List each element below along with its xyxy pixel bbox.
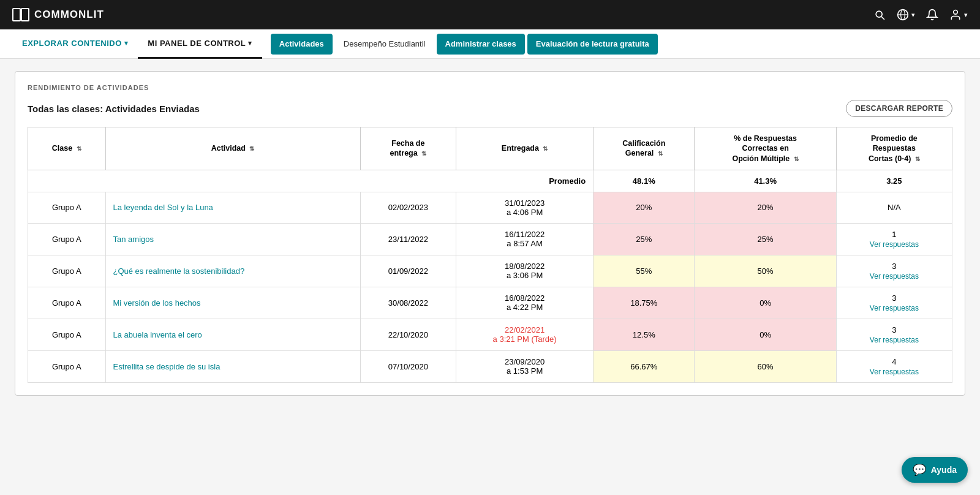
row4-calificacion: 12.5% (594, 319, 695, 350)
row3-clase: Grupo A (28, 287, 106, 319)
row3-respuestas-correctas: 0% (695, 287, 836, 319)
row1-fecha: 23/11/2022 (360, 223, 456, 255)
row0-respuestas-cortas: N/A (836, 192, 952, 223)
row1-clase: Grupo A (28, 223, 106, 255)
tab-actividades[interactable]: Actividades (271, 34, 333, 55)
search-icon[interactable] (873, 9, 886, 21)
col-clase: Clase ⇅ (28, 127, 106, 170)
card-section-label: RENDIMIENTO DE ACTIVIDADES (28, 84, 952, 91)
svg-rect-1 (21, 9, 29, 21)
row3-respuestas-cortas: 3 Ver respuestas (836, 287, 952, 319)
globe-chevron: ▾ (911, 11, 915, 19)
globe-icon[interactable]: ▾ (897, 9, 915, 21)
row4-fecha: 22/10/2020 (360, 319, 456, 350)
explore-chevron: ▾ (124, 39, 129, 47)
sort-actividad-icon[interactable]: ⇅ (249, 145, 254, 153)
row2-respuestas-cortas: 3 Ver respuestas (836, 255, 952, 287)
avg-respuestas-cortas: 3.25 (836, 170, 952, 192)
row0-actividad: La leyenda del Sol y la Luna (105, 192, 360, 223)
row0-respuestas-correctas: 20% (695, 192, 836, 223)
table-row: Grupo A Mi versión de los hechos 30/08/2… (28, 287, 952, 319)
row5-fecha: 07/10/2020 (360, 350, 456, 382)
activities-card: RENDIMIENTO DE ACTIVIDADES Todas las cla… (15, 71, 965, 396)
row0-actividad-link[interactable]: La leyenda del Sol y la Luna (113, 203, 213, 212)
bell-icon[interactable] (926, 9, 938, 21)
row4-actividad-link[interactable]: La abuela inventa el cero (113, 330, 202, 339)
row4-respuestas-cortas: 3 Ver respuestas (836, 319, 952, 350)
col-respuestas-correctas: % de RespuestasCorrectas enOpción Múltip… (695, 127, 836, 170)
sort-correctas-icon[interactable]: ⇅ (794, 155, 799, 163)
avg-label: Promedio (28, 170, 594, 192)
row1-actividad: Tan amigos (105, 223, 360, 255)
tab-administrar[interactable]: Administrar clases (437, 34, 525, 55)
table-title: Todas las clases: Actividades Enviadas (28, 104, 200, 114)
table-row: Grupo A Estrellita se despide de su isla… (28, 350, 952, 382)
col-entregada: Entregada ⇅ (456, 127, 594, 170)
row5-ver-respuestas-link[interactable]: Ver respuestas (844, 368, 944, 376)
top-navigation: COMMONLIT ▾ ▾ (0, 0, 980, 29)
logo-text: COMMONLIT (34, 9, 104, 21)
row2-ver-respuestas-link[interactable]: Ver respuestas (844, 272, 944, 281)
row2-fecha: 01/09/2022 (360, 255, 456, 287)
row2-respuestas-correctas: 50% (695, 255, 836, 287)
nav-explore[interactable]: EXPLORAR CONTENIDO ▾ (12, 29, 138, 59)
user-icon[interactable]: ▾ (949, 9, 968, 21)
sort-entregada-icon[interactable]: ⇅ (543, 145, 548, 153)
svg-rect-0 (13, 9, 20, 21)
row4-clase: Grupo A (28, 319, 106, 350)
row0-calificacion: 20% (594, 192, 695, 223)
row4-actividad: La abuela inventa el cero (105, 319, 360, 350)
table-row: Grupo A La leyenda del Sol y la Luna 02/… (28, 192, 952, 223)
tab-desempeno[interactable]: Desempeño Estudiantil (335, 34, 434, 55)
second-navigation: EXPLORAR CONTENIDO ▾ MI PANEL DE CONTROL… (0, 29, 980, 59)
row4-ver-respuestas-link[interactable]: Ver respuestas (844, 336, 944, 344)
main-content: RENDIMIENTO DE ACTIVIDADES Todas las cla… (0, 59, 980, 495)
row5-clase: Grupo A (28, 350, 106, 382)
row2-entregada: 18/08/2022a 3:06 PM (456, 255, 594, 287)
user-chevron: ▾ (964, 11, 968, 19)
table-header: Todas las clases: Actividades Enviadas D… (28, 100, 952, 117)
row2-actividad: ¿Qué es realmente la sostenibilidad? (105, 255, 360, 287)
table-row: Grupo A Tan amigos 23/11/2022 16/11/2022… (28, 223, 952, 255)
row3-actividad: Mi versión de los hechos (105, 287, 360, 319)
row5-actividad: Estrellita se despide de su isla (105, 350, 360, 382)
nav-dashboard[interactable]: MI PANEL DE CONTROL ▾ (138, 29, 262, 59)
row3-ver-respuestas-link[interactable]: Ver respuestas (844, 304, 944, 312)
help-label: Ayuda (931, 465, 957, 475)
table-row: Grupo A ¿Qué es realmente la sostenibili… (28, 255, 952, 287)
sort-cortas-icon[interactable]: ⇅ (915, 155, 920, 163)
row1-calificacion: 25% (594, 223, 695, 255)
logo[interactable]: COMMONLIT (12, 8, 104, 21)
average-row: Promedio 48.1% 41.3% 3.25 (28, 170, 952, 192)
sort-clase-icon[interactable]: ⇅ (77, 145, 81, 153)
sort-calificacion-icon[interactable]: ⇅ (658, 149, 663, 157)
row2-actividad-link[interactable]: ¿Qué es realmente la sostenibilidad? (113, 266, 245, 276)
row1-ver-respuestas-link[interactable]: Ver respuestas (844, 240, 944, 249)
row3-actividad-link[interactable]: Mi versión de los hechos (113, 298, 201, 308)
row5-entregada: 23/09/2020a 1:53 PM (456, 350, 594, 382)
logo-icon (12, 8, 29, 21)
download-report-button[interactable]: DESCARGAR REPORTE (846, 100, 952, 117)
sort-fecha-icon[interactable]: ⇅ (421, 149, 426, 157)
tab-evaluacion[interactable]: Evaluación de lectura gratuita (527, 34, 658, 55)
avg-calificacion: 48.1% (594, 170, 695, 192)
row1-respuestas-cortas: 1 Ver respuestas (836, 223, 952, 255)
row3-calificacion: 18.75% (594, 287, 695, 319)
row2-calificacion: 55% (594, 255, 695, 287)
row5-actividad-link[interactable]: Estrellita se despide de su isla (113, 362, 221, 371)
dashboard-chevron: ▾ (248, 39, 252, 47)
row5-calificacion: 66.67% (594, 350, 695, 382)
row1-entregada: 16/11/2022a 8:57 AM (456, 223, 594, 255)
row1-respuestas-correctas: 25% (695, 223, 836, 255)
col-actividad: Actividad ⇅ (105, 127, 360, 170)
row4-entregada: 22/02/2021a 3:21 PM (Tarde) (456, 319, 594, 350)
row4-respuestas-correctas: 0% (695, 319, 836, 350)
row0-clase: Grupo A (28, 192, 106, 223)
help-button[interactable]: 💬 Ayuda (902, 457, 968, 483)
activities-table: Clase ⇅ Actividad ⇅ Fecha deentrega ⇅ En… (28, 127, 952, 383)
row4-entregada-late: 22/02/2021a 3:21 PM (Tarde) (493, 325, 557, 344)
row0-entregada: 31/01/2023a 4:06 PM (456, 192, 594, 223)
chat-icon: 💬 (913, 463, 926, 477)
row1-actividad-link[interactable]: Tan amigos (113, 235, 154, 244)
col-calificacion: CalificaciónGeneral ⇅ (594, 127, 695, 170)
